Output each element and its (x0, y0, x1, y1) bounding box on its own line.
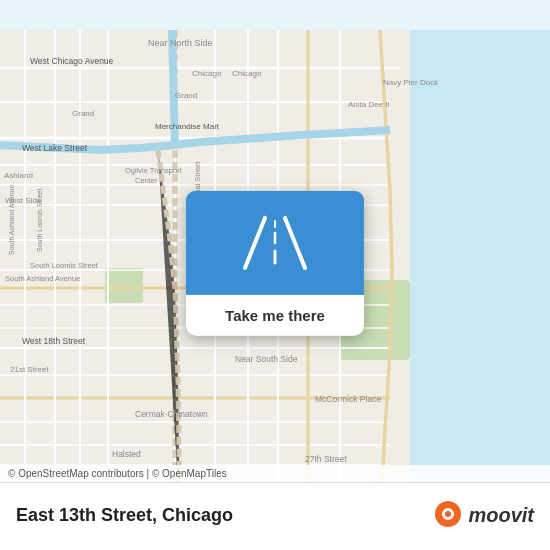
svg-text:West Chicago Avenue: West Chicago Avenue (30, 56, 114, 66)
svg-text:South Ashland Avenue: South Ashland Avenue (8, 185, 15, 255)
attribution-text: © OpenStreetMap contributors | © OpenMap… (8, 468, 227, 479)
svg-text:Ogilvie Transport: Ogilvie Transport (125, 166, 183, 175)
moovit-icon (432, 500, 464, 532)
svg-text:South Loomis Street: South Loomis Street (36, 189, 43, 252)
moovit-logo: moovit (432, 500, 534, 532)
svg-text:Center: Center (135, 176, 158, 185)
svg-text:Near North Side: Near North Side (148, 38, 213, 48)
location-card: East 13th Street, Chicago moovit (0, 482, 550, 550)
svg-text:McCormick Place: McCormick Place (315, 394, 381, 404)
moovit-wordmark: moovit (468, 504, 534, 527)
svg-text:27th Street: 27th Street (305, 454, 347, 464)
svg-point-64 (445, 511, 451, 517)
svg-text:Navy Pier Dock: Navy Pier Dock (383, 78, 439, 87)
svg-text:Anita Dee II: Anita Dee II (348, 100, 390, 109)
take-me-there-button[interactable]: Take me there (186, 295, 364, 336)
svg-text:Merchandise Mart: Merchandise Mart (155, 122, 220, 131)
svg-rect-3 (105, 268, 143, 303)
road-icon (235, 213, 315, 277)
attribution-bar: © OpenStreetMap contributors | © OpenMap… (0, 465, 550, 482)
svg-text:South Loomis Street: South Loomis Street (30, 261, 99, 270)
svg-text:Grand: Grand (175, 91, 197, 100)
svg-text:West 18th Street: West 18th Street (22, 336, 86, 346)
svg-text:Halsted: Halsted (112, 449, 141, 459)
svg-text:Ashland: Ashland (4, 171, 33, 180)
svg-text:Grand: Grand (72, 109, 94, 118)
svg-text:South Ashland Avenue: South Ashland Avenue (5, 274, 80, 283)
location-name: East 13th Street, Chicago (16, 505, 233, 526)
svg-text:Chicago: Chicago (192, 69, 222, 78)
map-container: Near North Side West Chicago Avenue Chic… (0, 0, 550, 550)
svg-text:Cermak-Chinatown: Cermak-Chinatown (135, 409, 208, 419)
popup-icon-area (186, 191, 364, 295)
svg-text:Chicago: Chicago (232, 69, 262, 78)
svg-text:West Lake Street: West Lake Street (22, 143, 88, 153)
svg-text:Near South Side: Near South Side (235, 354, 298, 364)
svg-text:21st Street: 21st Street (10, 365, 49, 374)
navigation-popup: Take me there (186, 191, 364, 336)
